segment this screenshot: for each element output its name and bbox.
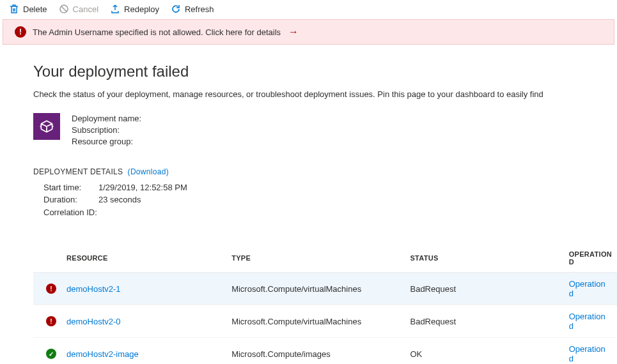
refresh-icon bbox=[171, 4, 181, 14]
resource-group-label: Resource group: bbox=[72, 137, 133, 146]
subscription-label: Subscription: bbox=[72, 125, 120, 135]
operation-link[interactable]: Operation d bbox=[569, 279, 605, 298]
error-message: The Admin Username specified is not allo… bbox=[33, 27, 281, 37]
status-error-icon: ! bbox=[46, 316, 56, 326]
delete-label: Delete bbox=[23, 4, 47, 14]
duration-value: 23 seconds bbox=[98, 193, 141, 206]
redeploy-icon bbox=[110, 4, 120, 14]
table-row[interactable]: ! demoHostv2-1 Microsoft.Compute/virtual… bbox=[33, 273, 617, 305]
refresh-button[interactable]: Refresh bbox=[171, 4, 214, 14]
resource-link[interactable]: demoHostv2-1 bbox=[66, 284, 121, 294]
refresh-label: Refresh bbox=[185, 4, 214, 14]
resource-link[interactable]: demoHostv2-0 bbox=[66, 317, 121, 326]
header-operation[interactable]: Operation D bbox=[564, 244, 617, 273]
details-block: Start time:1/29/2019, 12:52:58 PM Durati… bbox=[43, 181, 617, 219]
header-status[interactable]: Status bbox=[405, 244, 563, 273]
details-header: DEPLOYMENT DETAILS (Download) bbox=[33, 167, 617, 176]
details-header-text: DEPLOYMENT DETAILS bbox=[33, 167, 123, 176]
resource-type: Microsoft.Compute/images bbox=[226, 338, 405, 364]
resources-table: Resource Type Status Operation D ! demoH… bbox=[33, 244, 617, 364]
delete-button[interactable]: Delete bbox=[9, 4, 47, 14]
resource-status: OK bbox=[405, 338, 563, 364]
resource-link[interactable]: demoHostv2-image bbox=[66, 349, 139, 359]
operation-link[interactable]: Operation d bbox=[569, 344, 605, 363]
redeploy-button[interactable]: Redeploy bbox=[110, 4, 159, 14]
status-error-icon: ! bbox=[46, 284, 56, 294]
arrow-right-icon: → bbox=[288, 26, 299, 38]
operation-link[interactable]: Operation d bbox=[569, 312, 605, 331]
toolbar: Delete Cancel Redeploy Refresh bbox=[0, 0, 617, 19]
table-header-row: Resource Type Status Operation D bbox=[33, 244, 617, 273]
cancel-label: Cancel bbox=[73, 4, 98, 14]
deployment-tile-icon bbox=[33, 113, 60, 140]
cancel-icon bbox=[59, 4, 69, 14]
deployment-summary: Deployment name: Subscription: Resource … bbox=[33, 113, 617, 148]
header-type[interactable]: Type bbox=[226, 244, 405, 273]
deployment-name-label: Deployment name: bbox=[72, 114, 141, 123]
cancel-button: Cancel bbox=[59, 4, 98, 14]
resource-status: BadRequest bbox=[405, 273, 563, 305]
trash-icon bbox=[9, 4, 19, 14]
main-content: Your deployment failed Check the status … bbox=[0, 47, 617, 364]
table-row[interactable]: ✓ demoHostv2-image Microsoft.Compute/ima… bbox=[33, 338, 617, 364]
status-ok-icon: ✓ bbox=[46, 349, 56, 359]
start-time-label: Start time: bbox=[43, 181, 93, 194]
correlation-label: Correlation ID: bbox=[43, 206, 107, 219]
error-icon: ! bbox=[15, 26, 26, 38]
table-row[interactable]: ! demoHostv2-0 Microsoft.Compute/virtual… bbox=[33, 305, 617, 338]
header-resource[interactable]: Resource bbox=[61, 244, 226, 273]
download-link[interactable]: (Download) bbox=[128, 167, 169, 176]
deployment-meta: Deployment name: Subscription: Resource … bbox=[72, 113, 141, 148]
duration-label: Duration: bbox=[43, 193, 93, 206]
redeploy-label: Redeploy bbox=[124, 4, 159, 14]
error-banner[interactable]: ! The Admin Username specified is not al… bbox=[3, 19, 614, 45]
page-title: Your deployment failed bbox=[33, 63, 617, 80]
resource-type: Microsoft.Compute/virtualMachines bbox=[226, 305, 405, 338]
page-subtitle: Check the status of your deployment, man… bbox=[33, 89, 617, 99]
start-time-value: 1/29/2019, 12:52:58 PM bbox=[98, 181, 187, 194]
resource-type: Microsoft.Compute/virtualMachines bbox=[226, 273, 405, 305]
resource-status: BadRequest bbox=[405, 305, 563, 338]
